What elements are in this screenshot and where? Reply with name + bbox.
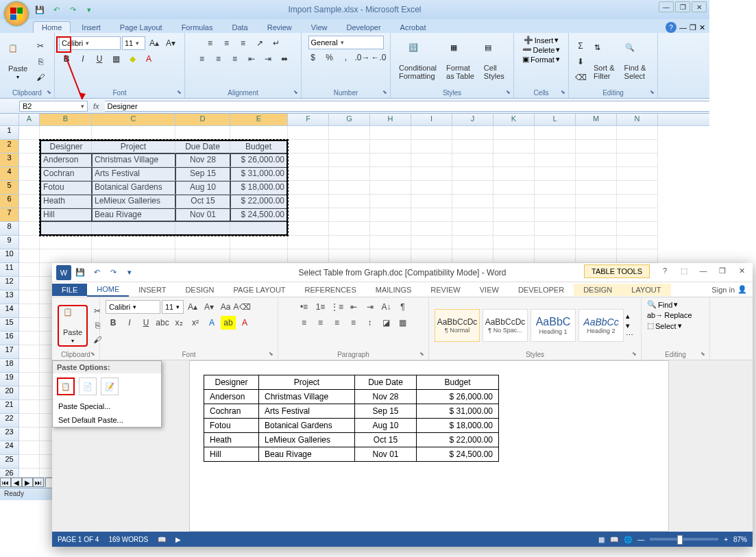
tab-view[interactable]: View <box>303 22 336 33</box>
styles-more-icon[interactable]: ▴▾⋯ <box>626 312 633 340</box>
cell[interactable] <box>576 222 617 236</box>
word-cell[interactable]: Heath <box>204 433 259 447</box>
word-qat-more-icon[interactable]: ▾ <box>122 265 137 280</box>
col-H[interactable]: H <box>370 114 411 125</box>
tab-insert[interactable]: Insert <box>73 22 109 33</box>
align-center-icon[interactable]: ≡ <box>211 51 226 66</box>
col-K[interactable]: K <box>493 114 535 125</box>
col-I[interactable]: I <box>411 114 452 125</box>
word-underline[interactable]: U <box>138 316 154 330</box>
col-G[interactable]: G <box>329 114 370 125</box>
cell[interactable]: Designer <box>40 140 92 153</box>
word-replace-button[interactable]: ab→Replace <box>647 311 692 319</box>
orientation-icon[interactable]: ↗ <box>252 36 267 51</box>
align-mid-icon[interactable]: ≡ <box>219 36 234 51</box>
cell[interactable] <box>329 249 370 263</box>
cell[interactable] <box>40 236 92 249</box>
cell[interactable]: Anderson <box>40 153 92 167</box>
col-J[interactable]: J <box>452 114 493 125</box>
styles-gallery[interactable]: AaBbCcDc¶ Normal AaBbCcDc¶ No Spac... Aa… <box>435 309 624 342</box>
align-right[interactable]: ≡ <box>330 316 345 330</box>
cell[interactable] <box>411 181 452 195</box>
font-size-combo[interactable]: 11 <box>122 36 145 50</box>
cell[interactable]: Nov 28 <box>175 153 230 167</box>
cell[interactable] <box>370 181 411 195</box>
row-head-2[interactable]: 2 <box>0 140 19 153</box>
align-right-icon[interactable]: ≡ <box>228 51 243 66</box>
cell[interactable] <box>617 249 658 263</box>
sheet-nav-prev-icon[interactable]: ◀ <box>11 478 22 487</box>
align-center[interactable]: ≡ <box>313 316 328 330</box>
shading-icon[interactable]: ◪ <box>379 316 394 330</box>
cell[interactable] <box>19 332 40 345</box>
cell[interactable]: $ 26,000.00 <box>230 153 288 167</box>
word-table-row[interactable]: AndersonChristmas VillageNov 28$ 26,000.… <box>204 390 499 404</box>
cell[interactable] <box>288 126 329 140</box>
cell[interactable] <box>370 249 411 263</box>
cell[interactable] <box>411 236 452 249</box>
cell[interactable] <box>19 455 40 469</box>
cell[interactable]: Due Date <box>175 140 230 153</box>
cell[interactable] <box>19 277 40 290</box>
format-as-table-button[interactable]: ▦Format as Table <box>442 42 478 82</box>
cell[interactable] <box>329 126 370 140</box>
cell[interactable] <box>370 167 411 181</box>
cell[interactable] <box>288 140 329 153</box>
cell[interactable] <box>617 140 658 153</box>
cell[interactable] <box>19 153 40 167</box>
cell[interactable]: $ 24,500.00 <box>230 208 288 222</box>
indent-dec-icon[interactable]: ⇤ <box>244 51 259 66</box>
word-cell[interactable]: Nov 28 <box>355 390 417 404</box>
word-cell[interactable]: Arts Festival <box>259 404 355 419</box>
word-cell[interactable]: Fotou <box>204 419 259 433</box>
cell[interactable]: Botanical Gardens <box>92 181 175 195</box>
sheet-nav-first-icon[interactable]: ⏮ <box>0 478 11 487</box>
cell[interactable] <box>230 222 288 236</box>
word-italic[interactable]: I <box>122 316 137 330</box>
row-head-25[interactable]: 25 <box>0 455 19 469</box>
word-grow-font-icon[interactable]: A▴ <box>185 300 200 314</box>
cell[interactable]: Sep 15 <box>175 167 230 181</box>
cell[interactable] <box>288 195 329 208</box>
word-paste-button[interactable]: 📋 Paste ▾ <box>58 305 88 347</box>
cell[interactable] <box>493 222 535 236</box>
conditional-formatting-button[interactable]: 🔢Conditional Formatting <box>395 42 441 82</box>
cell[interactable] <box>370 153 411 167</box>
col-D[interactable]: D <box>175 114 230 125</box>
tab-formulas[interactable]: Formulas <box>173 22 221 33</box>
cell[interactable] <box>493 167 535 181</box>
cell[interactable]: $ 18,000.00 <box>230 181 288 195</box>
undo-icon[interactable]: ↶ <box>49 3 63 16</box>
word-cell[interactable]: Nov 01 <box>355 447 417 462</box>
cell[interactable] <box>411 208 452 222</box>
word-tab-table-design[interactable]: DESIGN <box>574 284 622 296</box>
fill-color-icon[interactable]: ◆ <box>125 51 140 66</box>
cell[interactable] <box>411 195 452 208</box>
cell[interactable] <box>40 126 92 140</box>
word-minimize-button[interactable]: — <box>695 264 711 277</box>
cell[interactable] <box>493 153 535 167</box>
cell[interactable] <box>175 126 230 140</box>
paste-keep-source-icon[interactable]: 📋 <box>57 377 75 395</box>
word-redo-icon[interactable]: ↷ <box>106 265 121 280</box>
col-B[interactable]: B <box>40 114 92 125</box>
word-tab-home[interactable]: HOME <box>87 283 129 297</box>
cell[interactable] <box>370 140 411 153</box>
word-restore-button[interactable]: ❐ <box>714 264 731 277</box>
cell[interactable] <box>493 249 535 263</box>
cell[interactable]: Nov 01 <box>175 208 230 222</box>
cell[interactable] <box>288 153 329 167</box>
cell[interactable]: Arts Festival <box>92 167 175 181</box>
col-F[interactable]: F <box>288 114 329 125</box>
zoom-out-icon[interactable]: — <box>637 536 644 543</box>
word-font-color-icon[interactable]: A <box>237 316 252 330</box>
word-table-row[interactable]: FotouBotanical GardensAug 10$ 18,000.00 <box>204 419 499 433</box>
cell[interactable] <box>452 222 493 236</box>
row-head-9[interactable]: 9 <box>0 236 19 249</box>
cell[interactable] <box>452 249 493 263</box>
cell[interactable] <box>576 167 617 181</box>
save-icon[interactable]: 💾 <box>33 3 47 16</box>
cell[interactable]: Budget <box>230 140 288 153</box>
cell[interactable] <box>329 181 370 195</box>
cell[interactable] <box>19 290 40 304</box>
